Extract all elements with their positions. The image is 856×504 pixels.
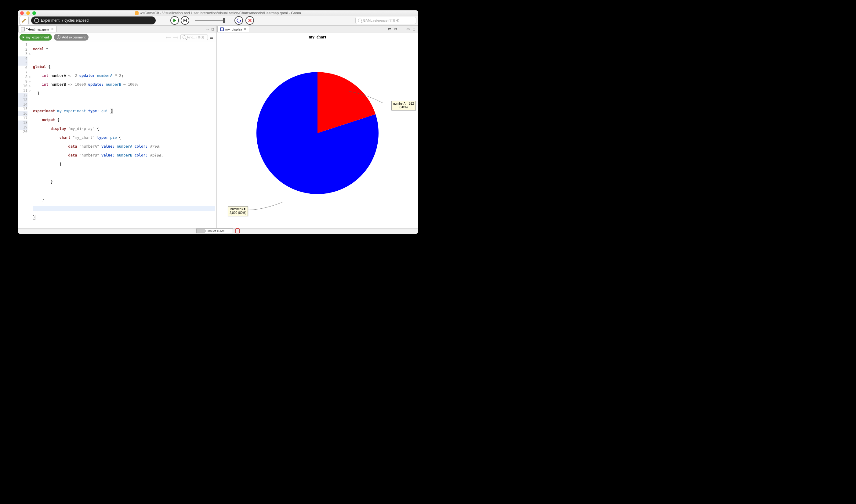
window-title: wsGamaGit - Visualization and User Inter… <box>18 11 418 15</box>
memory-indicator[interactable]: 108M of 456M <box>196 229 233 233</box>
app-icon <box>135 11 139 15</box>
display-icon <box>220 28 224 31</box>
sync-button[interactable]: ⇄ <box>387 26 392 32</box>
memory-text: 108M of 456M <box>205 230 224 233</box>
zoom-button[interactable]: ⟂ <box>399 26 404 32</box>
close-tab-button[interactable]: ✕ <box>244 27 246 31</box>
status-bar: 108M of 456M <box>18 228 418 234</box>
window-controls <box>20 11 36 15</box>
titlebar[interactable]: wsGamaGit - Visualization and User Inter… <box>18 11 418 16</box>
code-content[interactable]: model t global { int numberA <- 2 update… <box>29 42 216 228</box>
experiment-status-text: Experiment: 7 cycles elapsed <box>41 18 89 22</box>
pie-chart <box>255 71 380 196</box>
step-icon <box>184 19 186 22</box>
close-window-button[interactable] <box>20 11 24 15</box>
pencil-icon <box>22 18 27 23</box>
callout-numberB: numberB = 2,000 (80%) <box>228 206 248 216</box>
minimize-pane-button[interactable]: ▭ <box>405 26 410 32</box>
gc-button[interactable] <box>235 229 240 233</box>
app-window: wsGamaGit - Visualization and User Inter… <box>18 11 418 234</box>
pane-window-controls: ▭ ◻ <box>205 27 216 31</box>
add-experiment-label: Add experiment <box>62 35 86 39</box>
minimize-window-button[interactable] <box>26 11 30 15</box>
search-icon <box>182 35 186 39</box>
reload-button[interactable] <box>234 16 243 25</box>
editor-toolbar: my_experiment + Add experiment ⟸ ⟹ Find.… <box>18 33 216 42</box>
editor-tab-heatmap[interactable]: *Heatmap.gaml ✕ <box>18 25 56 32</box>
simulation-controls <box>170 16 189 25</box>
reload-icon <box>236 18 242 23</box>
file-icon <box>21 27 25 32</box>
display-tab[interactable]: my_display ✕ <box>217 25 249 32</box>
snapshot-button[interactable]: ⧉ <box>393 26 398 32</box>
reference-search-input[interactable]: GAML reference (⇧⌘H) <box>355 17 416 24</box>
slider-knob[interactable] <box>223 18 225 23</box>
back-button[interactable]: ⟸ <box>166 35 172 40</box>
step-button[interactable] <box>181 16 189 25</box>
x-icon: ✕ <box>248 18 252 23</box>
play-button[interactable] <box>170 16 179 25</box>
clock-icon <box>34 18 39 23</box>
play-icon <box>22 36 24 38</box>
maximize-pane-button[interactable]: ◻ <box>210 27 215 31</box>
edit-mode-button[interactable] <box>19 16 29 25</box>
line-gutter: 1 2 3 4 5 6 7 8 9 10 11 12 13 14 15 16 1 <box>18 42 29 228</box>
maximize-window-button[interactable] <box>32 11 36 15</box>
main-toolbar: Experiment: 7 cycles elapsed ✕ GAML refe… <box>18 16 418 25</box>
stop-button[interactable]: ✕ <box>245 16 254 25</box>
forward-button[interactable]: ⟹ <box>173 35 179 40</box>
workspace: *Heatmap.gaml ✕ ▭ ◻ my_experiment + Add … <box>18 25 418 228</box>
history-nav: ⟸ ⟹ <box>166 35 179 40</box>
experiment-status-pill[interactable]: Experiment: 7 cycles elapsed <box>31 17 156 24</box>
outline-button[interactable] <box>210 35 215 40</box>
speed-slider[interactable] <box>195 20 225 21</box>
editor-pane: *Heatmap.gaml ✕ ▭ ◻ my_experiment + Add … <box>18 25 217 228</box>
display-pane: my_display ✕ ⇄ ⧉ ⟂ ▭ ◻ my_chart <box>217 25 418 228</box>
maximize-pane-button[interactable]: ◻ <box>412 26 416 32</box>
code-editor[interactable]: 1 2 3 4 5 6 7 8 9 10 11 12 13 14 15 16 1 <box>18 42 216 228</box>
display-tab-label: my_display <box>225 28 242 31</box>
run-experiment-label: my_experiment <box>26 35 49 39</box>
run-experiment-button[interactable]: my_experiment <box>19 34 52 40</box>
search-placeholder: GAML reference (⇧⌘H) <box>363 19 399 22</box>
minimize-pane-button[interactable]: ▭ <box>205 27 209 31</box>
chart-title: my_chart <box>217 33 418 40</box>
close-tab-button[interactable]: ✕ <box>51 27 54 31</box>
plus-icon: + <box>57 35 60 39</box>
editor-tab-label: *Heatmap.gaml <box>26 28 50 31</box>
callout-numberA: numberA = 512 (20%) <box>391 101 416 110</box>
play-icon <box>173 19 176 22</box>
editor-tabstrip: *Heatmap.gaml ✕ ▭ ◻ <box>18 25 216 33</box>
find-input[interactable]: Find... (⌘G) <box>180 34 208 40</box>
display-tabstrip: my_display ✕ ⇄ ⧉ ⟂ ▭ ◻ <box>217 25 418 33</box>
add-experiment-button[interactable]: + Add experiment <box>54 34 89 40</box>
search-icon <box>358 19 362 22</box>
chart-area[interactable]: my_chart numberA = 512 (20%) numberB = <box>217 33 418 228</box>
